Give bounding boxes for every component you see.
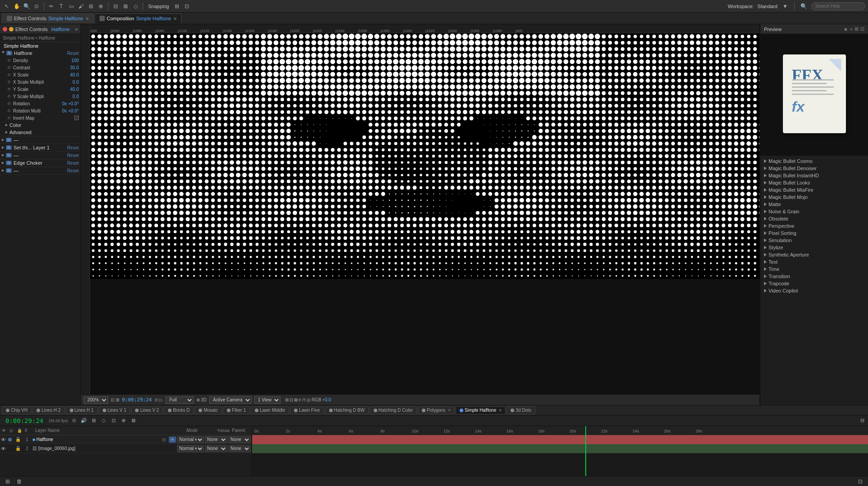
timeline-tab-3d-dots[interactable]: 3d Dots (506, 406, 535, 414)
preview-menu-icon[interactable]: ≡ (844, 27, 847, 32)
cat-noise-grain[interactable]: Noise & Grain (760, 208, 868, 215)
layer2-trk-select[interactable]: None (205, 445, 227, 452)
footer-timecode[interactable]: 0;00;29;24 (122, 397, 152, 403)
playhead[interactable] (585, 426, 586, 476)
layer2-vis-icon[interactable]: 👁 (1, 446, 7, 451)
cat-magic-bullet-denoiser[interactable]: Magic Bullet Denoiser (760, 165, 868, 172)
layer1-trk-select[interactable]: None (205, 436, 227, 443)
timeline-tab-lines-h2[interactable]: Lines H 2 (32, 406, 64, 414)
layer1-vis-icon[interactable]: 👁 (1, 437, 7, 442)
timeline-btn-6[interactable]: ⊕ (119, 417, 127, 425)
layer1-solo-btn[interactable]: ◎ (162, 437, 166, 442)
timeline-tab-simple-halftone[interactable]: Simple Halftone ≡ (456, 406, 506, 414)
cat-text[interactable]: Text (760, 258, 868, 266)
rulers-icon[interactable]: ≡ (298, 397, 301, 402)
shape-tool[interactable]: ▭ (67, 2, 75, 10)
timeline-track[interactable]: 0s 2s 4s 6s 8s 10s 12s 14s 16s 18s 20s 2… (252, 426, 868, 476)
comp-settings-icon[interactable]: ⊕ (196, 397, 200, 402)
quality-select[interactable]: Full Half Quarter (166, 396, 194, 404)
snapping-icon2[interactable]: ⊡ (183, 2, 191, 10)
param-density[interactable]: ⏱ Density 100 (0, 57, 81, 64)
param-xscale[interactable]: ⏱ X Scale 40.0 (0, 71, 81, 78)
comp-tab-menu[interactable]: ≡ (174, 16, 176, 21)
cat-matte[interactable]: Matte (760, 201, 868, 208)
timeline-tab-lines-h1[interactable]: Lines H 1 (66, 406, 98, 414)
halftone-group-header[interactable]: fx Halftone Reset (0, 50, 81, 57)
snapping-toggle[interactable]: ⊞ (173, 2, 181, 10)
track-bar-layer1[interactable] (252, 435, 868, 444)
timeline-btn-5[interactable]: ⊡ (109, 417, 118, 425)
brush-tool[interactable]: 🖌 (77, 2, 85, 10)
layer2-name[interactable]: 🖼 [Image_00060.jpg] (32, 446, 176, 451)
fx3-reset[interactable]: Reset (67, 153, 79, 158)
param-yscale[interactable]: ⏱ Y Scale 40.0 (0, 86, 81, 93)
grid-icon[interactable]: ⊡ (289, 397, 293, 402)
cat-video-copilot[interactable]: Video Copilot (760, 287, 868, 294)
timeline-btn-4[interactable]: ◇ (99, 417, 108, 425)
exposure-value[interactable]: +0.0 (322, 397, 331, 402)
color-group[interactable]: Color (0, 122, 81, 129)
timeline-btn-3[interactable]: ⊞ (90, 417, 98, 425)
cat-simulation[interactable]: Simulation (760, 237, 868, 244)
timeline-btn-2[interactable]: 🔊 (80, 417, 88, 425)
text-tool[interactable]: T (57, 2, 65, 10)
zoom-tool[interactable]: 🔍 (23, 2, 31, 10)
bottom-trash-btn[interactable]: 🗑 (15, 477, 23, 486)
layer2-parent-select[interactable]: None (228, 445, 251, 452)
timeline-tab-lines-v1[interactable]: Lines V 1 (99, 406, 131, 414)
timecode-display[interactable]: 0:00:29:24 (2, 417, 47, 424)
toggle-transparency-icon[interactable]: ⊞ (285, 397, 289, 402)
halftone-reset[interactable]: Reset (67, 51, 79, 56)
cat-magic-bullet-cosmo[interactable]: Magic Bullet Cosmo (760, 158, 868, 165)
distribute-tool[interactable]: ⊠ (122, 2, 130, 10)
view-select[interactable]: 1 View (254, 396, 280, 404)
close-button[interactable] (3, 27, 7, 32)
search-input[interactable] (811, 2, 865, 10)
param-xscale-multi[interactable]: ⏱ X Scale Multipli 0.0 (0, 78, 81, 86)
invert-map-checkbox[interactable] (74, 116, 79, 120)
preview-popout[interactable]: ⊡ (860, 26, 864, 32)
cat-pixel-sorting[interactable]: Pixel Sorting (760, 230, 868, 237)
timeline-tab-mosaic[interactable]: Mosaic (194, 406, 222, 414)
cat-synthetic-aperture[interactable]: Synthetic Aperture (760, 251, 868, 258)
fx5-reset[interactable]: Reset (67, 168, 79, 173)
tab-effect-controls[interactable]: Effect Controls Simple Halftone ≡ (2, 14, 94, 23)
frame-forward-icon[interactable]: ⊞ (116, 397, 119, 402)
preview-icon[interactable]: ▷ (159, 397, 163, 402)
param-rotation[interactable]: ⏱ Rotation 0x +0.0° (0, 100, 81, 107)
layer1-name[interactable]: ■ Halftone (32, 437, 161, 442)
keyframe-tool[interactable]: ◇ (131, 2, 140, 10)
timeline-btn-right[interactable]: ⊟ (858, 417, 866, 425)
cat-obsolete[interactable]: Obsolete (760, 215, 868, 222)
timeline-tab-polygons[interactable]: Polygons × (418, 406, 455, 414)
tab-close-simple-halftone[interactable]: ≡ (499, 408, 502, 413)
3d-icon[interactable]: 3D (201, 397, 207, 402)
timeline-tab-hatching-color[interactable]: Hatching D Color (370, 406, 417, 414)
advanced-group[interactable]: Advanced (0, 129, 81, 136)
bottom-new-comp-btn[interactable]: ⊞ (4, 477, 12, 486)
timeline-tab-bricks-d[interactable]: Bricks D (164, 406, 194, 414)
clone-tool[interactable]: ⊞ (87, 2, 95, 10)
set-thi-reset[interactable]: Reset (67, 145, 79, 150)
layer1-audio-icon[interactable] (8, 438, 14, 441)
track-bar-layer2[interactable] (252, 444, 868, 453)
camera-select[interactable]: Active Camera (209, 396, 252, 404)
cat-time[interactable]: Time (760, 266, 868, 273)
preview-close[interactable]: × (850, 27, 853, 32)
edge-choker-header[interactable]: fx Edge Choker Reset (0, 159, 81, 166)
cat-magic-bullet-mojo[interactable]: Magic Bullet Mojo (760, 194, 868, 201)
layer2-lock-icon[interactable]: 🔓 (15, 446, 22, 451)
minimize-button[interactable] (9, 27, 14, 32)
bottom-right-1[interactable]: ⊡ (856, 477, 864, 486)
fx1-header[interactable]: fx — (0, 136, 81, 144)
panel-menu-icon[interactable]: ≡ (75, 27, 78, 32)
zoom-select[interactable]: 200% 100% 50% (84, 396, 108, 404)
timeline-btn-1[interactable]: ⊙ (70, 417, 78, 425)
fx3-header[interactable]: fx — Reset (0, 152, 81, 159)
pen-tool[interactable]: ✏ (47, 2, 55, 10)
search-icon[interactable]: 🔍 (800, 2, 808, 10)
layer1-mode-select[interactable]: Normal ▾ (177, 436, 204, 443)
cat-magic-bullet-miafire[interactable]: Magic Bullet MiaFire (760, 186, 868, 194)
cat-stylize[interactable]: Stylize (760, 244, 868, 251)
cat-perspective[interactable]: Perspective (760, 222, 868, 230)
